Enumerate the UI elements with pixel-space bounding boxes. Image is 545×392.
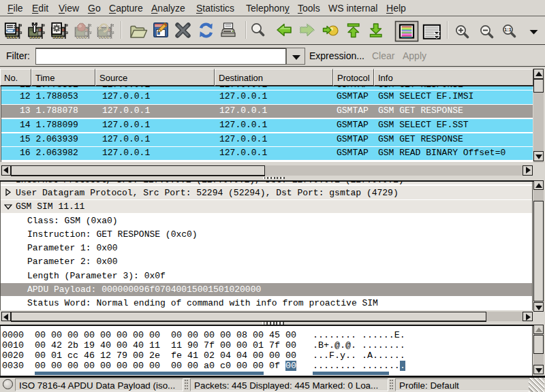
svg-text:1:1: 1:1 <box>504 27 512 33</box>
